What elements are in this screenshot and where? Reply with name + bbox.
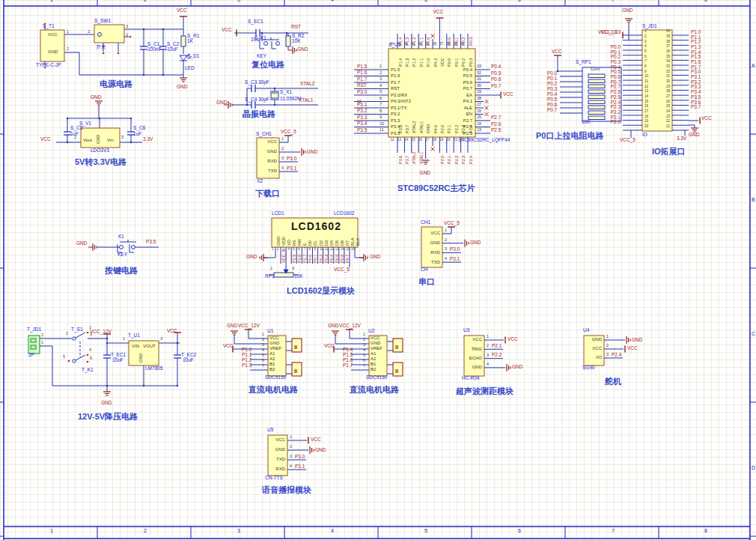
net-label: P0.5 bbox=[491, 71, 501, 76]
net-label: P2.7 bbox=[491, 115, 501, 121]
pin-name: D1 bbox=[314, 240, 318, 246]
designator: 10K bbox=[294, 274, 303, 279]
frame-label: 7 bbox=[612, 0, 615, 2]
component-body[interactable] bbox=[94, 25, 124, 43]
pin-hotspot bbox=[129, 36, 132, 38]
pin-number: 4 bbox=[379, 84, 382, 88]
pin-number: 3 bbox=[292, 267, 294, 271]
pin-number: 3 bbox=[121, 136, 124, 140]
pin-number: 26 bbox=[666, 100, 670, 104]
pin-number: 24 bbox=[666, 110, 670, 114]
pin-name: TXD bbox=[431, 260, 440, 264]
designator: 100nF bbox=[147, 47, 161, 52]
pin-name: VREF bbox=[371, 346, 382, 351]
pin-number: 1 bbox=[281, 137, 284, 142]
pin-name: I/O bbox=[596, 355, 602, 360]
pin-number: 8 bbox=[644, 65, 647, 69]
pin-number: 6 bbox=[379, 97, 382, 101]
pin-number: 1 bbox=[644, 30, 647, 34]
pin-name: B2 bbox=[269, 367, 275, 371]
resistor bbox=[588, 85, 605, 88]
pin-number: 40 bbox=[418, 43, 422, 46]
net-label: P2.0 bbox=[441, 156, 445, 164]
pin-name: RXD bbox=[275, 467, 285, 471]
pin-number: 3 bbox=[445, 247, 447, 252]
section-title: 直流电机电路 bbox=[350, 386, 399, 394]
designator: 1K bbox=[187, 39, 193, 44]
pin-number: 4 bbox=[644, 45, 647, 49]
net-label: VCC_5 bbox=[282, 249, 287, 263]
net-label: P3.7 bbox=[406, 156, 410, 164]
pin-name: XTAL1 bbox=[420, 121, 424, 133]
pin-name: D2 bbox=[320, 240, 324, 246]
pin-name: VDD bbox=[282, 237, 287, 246]
pin-name: GND bbox=[269, 341, 279, 345]
resistor bbox=[588, 111, 605, 115]
pin-name: P0.4 bbox=[463, 67, 472, 72]
pin-name: D6 bbox=[341, 240, 345, 246]
pin-name: VO bbox=[287, 240, 292, 246]
pin-number: 15 bbox=[346, 248, 350, 252]
pin-hotspot bbox=[87, 354, 89, 357]
pin-name: A1 bbox=[269, 351, 275, 356]
pin-number: 32 bbox=[477, 71, 481, 76]
pin-name: VCC bbox=[267, 139, 277, 144]
junction-dot bbox=[67, 118, 68, 119]
pin-name: P2.3 bbox=[462, 125, 466, 133]
pin-number: 13 bbox=[644, 90, 648, 94]
junction-dot bbox=[246, 104, 248, 106]
designator: HC-R04 bbox=[462, 376, 479, 381]
net-label: P3.4 bbox=[357, 121, 367, 127]
net-label: P3.0 bbox=[295, 455, 305, 460]
pin-name: ECHO bbox=[469, 356, 482, 360]
designator: 10uF bbox=[112, 358, 124, 363]
schematic-sheet: S_T1TYPE-C-JPVCCGND12S_SW1开关231S_C1100nF… bbox=[0, 0, 756, 540]
pin-name: P1.5 bbox=[391, 67, 400, 72]
net-label: GND bbox=[315, 448, 326, 453]
pin-number: 2 bbox=[88, 30, 90, 34]
net-label: VCC_5 bbox=[444, 221, 460, 226]
net-label: P0.4 bbox=[491, 64, 501, 70]
resistor bbox=[181, 36, 186, 46]
designator: KEY bbox=[118, 252, 127, 258]
section-title: IO拓展口 bbox=[652, 148, 686, 156]
pin-number: 14 bbox=[644, 95, 648, 99]
resistor bbox=[588, 90, 605, 94]
resistor bbox=[588, 79, 605, 83]
pin-number: 1 bbox=[262, 333, 264, 337]
net-label: GND bbox=[328, 324, 338, 329]
connector-pad bbox=[31, 345, 36, 349]
net-label: GND bbox=[216, 100, 227, 106]
switch-contact-icon bbox=[73, 337, 76, 340]
pin-number: 2 bbox=[363, 338, 365, 342]
pin-number: 2 bbox=[281, 147, 284, 151]
pin-number: 5 bbox=[262, 354, 264, 358]
designator: SDC9150 bbox=[366, 375, 387, 380]
pin-number: 37 bbox=[666, 45, 670, 49]
wire bbox=[76, 355, 85, 360]
designator: U3 bbox=[463, 328, 469, 333]
pin-number: 2 bbox=[487, 344, 489, 348]
pin-number: 10 bbox=[644, 75, 648, 79]
pin-number: 7 bbox=[644, 60, 647, 64]
pin-number: 20 bbox=[447, 139, 451, 142]
net-label: GND bbox=[632, 338, 642, 343]
frame-label: 6 bbox=[518, 0, 521, 2]
net-label: P0.6 bbox=[341, 255, 345, 263]
pin-number: 13 bbox=[397, 139, 401, 142]
designator: S_K1 bbox=[254, 36, 266, 41]
designator: S_C3 bbox=[245, 80, 257, 85]
pin-number: 6 bbox=[262, 359, 264, 363]
pin-name: VCC bbox=[269, 336, 279, 340]
pin-number: 2 bbox=[41, 333, 43, 338]
net-label: P1.7 bbox=[343, 363, 353, 368]
net-label: P0.3 bbox=[469, 37, 474, 46]
pin-number: 1 bbox=[379, 64, 382, 69]
pin-name: VCC bbox=[472, 337, 482, 342]
section-title: STC89C52RC主芯片 bbox=[397, 184, 475, 192]
pin-number: 2 bbox=[277, 248, 279, 252]
pin-number: 39 bbox=[666, 35, 670, 39]
pin-name: GND bbox=[592, 337, 602, 342]
net-label: GND bbox=[689, 133, 699, 138]
pin-name: TXD bbox=[268, 169, 277, 173]
